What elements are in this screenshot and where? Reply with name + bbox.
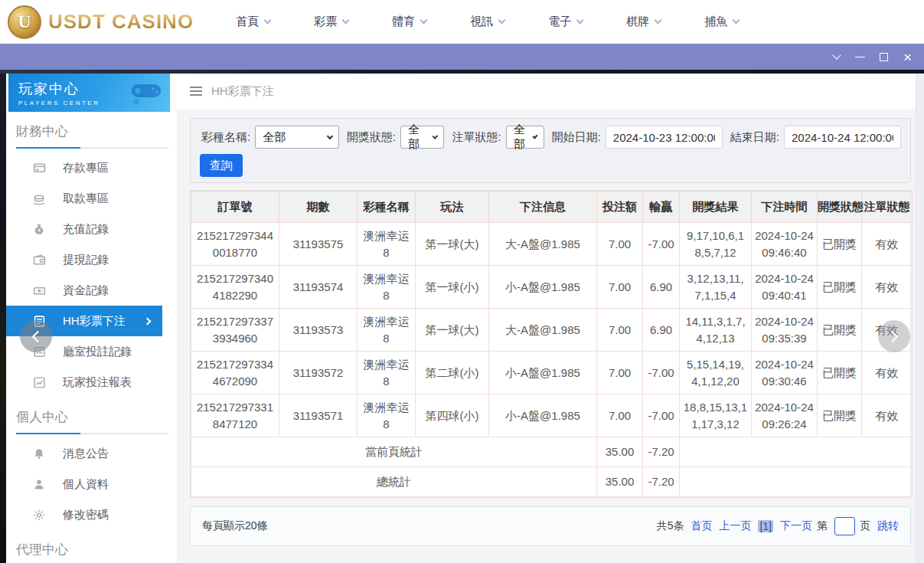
chevron-down-icon: [576, 17, 584, 25]
sidebar: 玩家中心 PLAYERS CENTER 財務中心存款專區取款專區¥充值記錄提現記…: [6, 74, 177, 563]
nav-home[interactable]: 首頁: [236, 15, 270, 29]
nav-item-label: 視訊: [470, 15, 493, 29]
cell-period: 31193575: [279, 223, 358, 266]
column-header: 玩法: [416, 191, 489, 223]
sidebar-item-label: 個人資料: [63, 477, 109, 492]
sidebar-item-withdraw[interactable]: 取款專區: [6, 183, 177, 214]
nav-item-label: 體育: [392, 15, 415, 29]
chevron-down-icon: [342, 17, 350, 25]
chevron-down-icon: [533, 133, 538, 139]
sidebar-item-label: 玩家投注報表: [63, 375, 132, 390]
cell-draw-status: 已開獎: [818, 223, 862, 266]
cell-result: 3,12,13,11,7,1,15,4: [680, 266, 752, 309]
start-date-input[interactable]: [606, 126, 723, 149]
chevron-down-icon: [655, 17, 662, 25]
bets-table: 訂單號期數彩種名稱玩法下注信息投注額輸贏開獎結果下注時間開獎狀態注單狀態2152…: [191, 191, 913, 497]
window-maximize-button[interactable]: [872, 44, 896, 70]
close-icon: ×: [903, 50, 912, 64]
lottery-name-select[interactable]: 全部: [255, 126, 339, 149]
first-page-link[interactable]: 首页: [691, 519, 712, 533]
window-close-button[interactable]: ×: [896, 44, 919, 70]
draw-status-select[interactable]: 全部: [400, 126, 444, 149]
sidebar-item-label: 充值記錄: [63, 222, 109, 237]
cell-lottery: 澳洲幸运8: [358, 266, 416, 309]
cell-win-loss: 6.90: [643, 309, 680, 352]
sidebar-item-change-password[interactable]: 修改密碼: [6, 499, 177, 530]
jump-button[interactable]: 跳转: [877, 519, 899, 533]
vertical-scrollbar[interactable]: [916, 74, 924, 563]
sidebar-item-withdraw-history[interactable]: 提現記錄: [6, 244, 177, 275]
current-page-summary-row: 當前頁統計35.00-7.20: [191, 437, 913, 467]
sidebar-item-funds-history[interactable]: 資金記錄: [6, 275, 177, 306]
sidebar-section-divider: [16, 433, 168, 434]
start-date-label: 開始日期:: [552, 130, 601, 145]
nav-video[interactable]: 視訊: [470, 15, 504, 29]
cell-order-status: 有效: [862, 394, 913, 437]
draw-status-value: 全部: [408, 123, 426, 152]
table-header-row: 訂單號期數彩種名稱玩法下注信息投注額輸贏開獎結果下注時間開獎狀態注單狀態: [191, 191, 913, 223]
nav-fishing[interactable]: 捕魚: [704, 15, 739, 29]
sidebar-section-label: 財務中心: [16, 123, 177, 140]
withdraw-icon: [31, 191, 47, 206]
sidebar-item-deposit[interactable]: 存款專區: [6, 152, 177, 183]
chevron-right-icon: [886, 330, 899, 342]
sidebar-item-label: 廳室投註記錄: [63, 345, 132, 359]
cell-amount: 7.00: [597, 309, 643, 352]
window-dropdown-button[interactable]: [824, 44, 848, 70]
money-bag-icon: ¥: [31, 221, 47, 237]
logo-letter: U: [18, 11, 31, 32]
nav-sports[interactable]: 體育: [392, 15, 426, 29]
sidebar-item-recharge-history[interactable]: ¥充值記錄: [6, 214, 177, 244]
page-size-text: 每頁顯示20條: [202, 519, 268, 533]
cell-bet-time: 2024-10-24 09:30:46: [752, 352, 818, 394]
cell-bet-info: 小-A盤@1.985: [489, 352, 597, 394]
user-icon: [31, 476, 47, 492]
grand-total-row: 總統計35.00-7.20: [191, 467, 913, 497]
sidebar-item-profile[interactable]: 個人資料: [6, 469, 177, 499]
next-page-link[interactable]: 下一页: [780, 519, 812, 533]
cell-play: 第四球(小): [416, 394, 489, 437]
nav-lottery[interactable]: 彩票: [314, 15, 348, 29]
cell-result: 14,11,3,1,7,4,12,13: [680, 309, 752, 352]
order-status-select[interactable]: 全部: [506, 126, 544, 149]
current-page-badge[interactable]: [1]: [758, 520, 773, 532]
chevron-down-icon: [327, 133, 333, 139]
summary-amount: 35.00: [597, 437, 643, 467]
report-chart-icon: [31, 375, 47, 390]
sidebar-section-divider: [16, 147, 168, 149]
sidebar-item-player-bet-report[interactable]: 玩家投注報表: [6, 367, 177, 398]
logo-coin-icon: U: [8, 5, 41, 39]
logo-wordmark: USDT CASINO: [48, 10, 194, 34]
column-header: 開獎結果: [680, 191, 752, 223]
sidebar-collapse-button[interactable]: [20, 320, 52, 352]
nav-board-games[interactable]: 棋牌: [626, 15, 661, 29]
sidebar-item-announcements[interactable]: 消息公告: [6, 438, 177, 469]
site-logo[interactable]: U USDT CASINO: [8, 5, 194, 39]
players-center-banner: 玩家中心 PLAYERS CENTER: [8, 74, 170, 112]
cell-amount: 7.00: [597, 352, 643, 394]
sidebar-item-label: 取款專區: [63, 191, 109, 206]
cell-play: 第二球(小): [416, 352, 489, 394]
cell-order-no: 2152172973440018770: [191, 223, 279, 266]
menu-toggle-icon[interactable]: [190, 87, 202, 88]
nav-item-label: 首頁: [236, 15, 259, 29]
cell-win-loss: -7.00: [643, 352, 680, 394]
end-date-input[interactable]: [784, 126, 901, 149]
prev-page-link[interactable]: 上一页: [719, 519, 751, 533]
nav-item-label: 電子: [548, 15, 571, 29]
column-header: 投注額: [597, 191, 643, 223]
column-header: 輸贏: [643, 191, 680, 223]
sidebar-item-label: 提現記錄: [63, 253, 109, 267]
cell-play: 第一球(大): [416, 223, 489, 266]
cell-order-no: 2152172973318477120: [191, 394, 279, 437]
total-count-text: 共5条: [657, 519, 684, 533]
cell-period: 31193572: [279, 352, 358, 394]
summary-amount: 35.00: [597, 467, 643, 497]
page-jump-input[interactable]: [834, 517, 855, 535]
window-minimize-button[interactable]: [848, 44, 872, 70]
summary-empty-cell: [680, 437, 913, 467]
panel-expand-button[interactable]: [878, 320, 910, 352]
search-button[interactable]: 查詢: [200, 154, 243, 177]
nav-electronic[interactable]: 電子: [548, 15, 583, 29]
column-header: 開獎狀態: [818, 191, 862, 223]
